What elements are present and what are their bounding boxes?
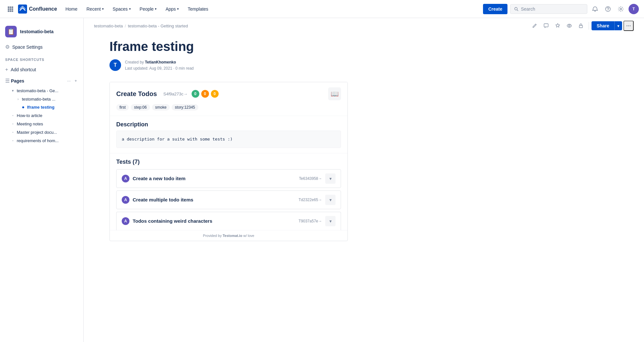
test-expand-2[interactable]: ▾ (325, 195, 336, 205)
restrict-button[interactable] (576, 21, 586, 31)
nav-item-getting-started[interactable]: ▾ testomatio-beta - Ge... (0, 86, 83, 95)
tag-story: story:12345 (172, 104, 198, 111)
breadcrumb-space[interactable]: testomatio-beta (94, 24, 123, 28)
space-settings-label: Space Settings (12, 44, 43, 50)
badge-failed: 0 (201, 90, 209, 98)
pages-add-button[interactable]: + (73, 78, 78, 84)
nav-item-testomatio-beta-sub[interactable]: › testomatio-beta ... (0, 95, 83, 103)
share-button[interactable]: Share (592, 21, 614, 30)
nav-item-label: testomatio-beta ... (22, 97, 55, 102)
watch-button[interactable] (564, 21, 574, 31)
read-time: 0 min read (175, 66, 194, 71)
bullet-icon: • (10, 121, 15, 126)
nav-item-label: Master project docu... (17, 130, 57, 135)
footer-text: Provided by (203, 234, 222, 238)
test-name-3: Todos containing weird characters (133, 218, 293, 224)
test-id-1: Te6343958→ (299, 176, 322, 181)
pages-icon: ☰ (5, 78, 10, 84)
nav-item-requirements[interactable]: • requirements of hom... (0, 136, 83, 145)
confluence-logo-icon (18, 5, 27, 14)
svg-point-18 (630, 25, 631, 26)
footer-brand-link[interactable]: Testomat.io (223, 234, 242, 238)
apps-chevron-icon: ▾ (177, 7, 179, 11)
plugin-suite-id: S4f9a273c→ (163, 92, 187, 96)
create-button[interactable]: Create (483, 4, 507, 14)
test-expand-3[interactable]: ▾ (325, 216, 336, 226)
svg-rect-0 (8, 6, 9, 8)
confluence-logo[interactable]: Confluence (18, 5, 57, 14)
test-name-2: Create multiple todo items (133, 197, 293, 202)
created-label: Created by (125, 60, 144, 64)
breadcrumb-parent[interactable]: testomatio-beta - Getting started (128, 24, 188, 28)
nav-item-how-to[interactable]: • How-to article (0, 111, 83, 120)
templates-nav-item[interactable]: Templates (185, 5, 212, 14)
nav-item-meeting-notes[interactable]: • Meeting notes (0, 120, 83, 128)
breadcrumb: testomatio-beta / testomatio-beta - Gett… (94, 24, 188, 28)
apps-nav-item[interactable]: Apps ▾ (162, 5, 182, 14)
space-icon: 📋 (5, 26, 17, 37)
pages-label: Pages (11, 78, 65, 83)
apps-grid-icon[interactable] (5, 4, 15, 14)
share-dropdown-button[interactable]: ▾ (614, 21, 622, 30)
expand-icon: ▾ (10, 88, 15, 93)
test-expand-1[interactable]: ▾ (325, 173, 336, 184)
svg-rect-5 (12, 8, 13, 10)
badge-passed: 0 (192, 90, 199, 98)
plugin-title-row: Create Todos S4f9a273c→ 0 0 0 📖 (116, 87, 341, 100)
nav-item-iframe-testing[interactable]: Iframe testing (0, 103, 83, 111)
updated-date: Aug 09, 2021 (149, 66, 172, 71)
author-name: TetianKhomenko (145, 60, 176, 64)
space-header[interactable]: 📋 testomatio-beta (0, 23, 83, 40)
search-input[interactable] (521, 6, 583, 12)
settings-button[interactable] (616, 4, 626, 14)
tests-section-title: Tests (7) (110, 153, 347, 169)
home-nav-item[interactable]: Home (62, 5, 80, 14)
pages-more-button[interactable]: ··· (66, 78, 72, 84)
svg-point-14 (569, 25, 570, 27)
plugin-book-button[interactable]: 📖 (328, 87, 341, 100)
add-icon: + (5, 67, 8, 73)
pages-header: ☰ Pages ··· + (0, 75, 83, 86)
add-shortcut-item[interactable]: + Add shortcut (0, 64, 83, 75)
people-nav-item[interactable]: People ▾ (137, 5, 160, 14)
expand-icon: › (15, 96, 21, 102)
svg-point-11 (608, 10, 608, 11)
page-top-bar: testomatio-beta / testomatio-beta - Gett… (84, 18, 644, 31)
user-avatar[interactable]: T (629, 4, 639, 14)
test-item-3: A Todos containing weird characters T903… (116, 212, 341, 230)
nav-item-master-project[interactable]: • Master project docu... (0, 128, 83, 136)
plugin-title-group: Create Todos S4f9a273c→ 0 0 0 (116, 90, 219, 98)
spaces-nav-item[interactable]: Spaces ▾ (109, 5, 134, 14)
page-tree: ▾ testomatio-beta - Ge... › testomatio-b… (0, 86, 83, 145)
badge-skipped: 0 (211, 90, 219, 98)
spaces-chevron-icon: ▾ (129, 7, 131, 11)
description-section-title: Description (110, 116, 347, 131)
notifications-button[interactable] (590, 4, 600, 14)
nav-item-label: testomatio-beta - Ge... (17, 88, 58, 93)
confluence-logo-text: Confluence (29, 6, 57, 12)
svg-point-16 (627, 25, 628, 26)
more-actions-button[interactable] (623, 21, 634, 31)
star-button[interactable] (553, 21, 563, 31)
comment-button[interactable] (541, 21, 551, 31)
share-group: Share ▾ (592, 21, 622, 30)
test-id-2: Td2322e65→ (298, 198, 322, 202)
main-content: testomatio-beta / testomatio-beta - Gett… (84, 18, 644, 342)
page-meta-text: Created by TetianKhomenko Last updated: … (125, 59, 194, 72)
space-settings-item[interactable]: ⚙ Space Settings (0, 41, 83, 53)
recent-nav-item[interactable]: Recent ▾ (83, 5, 107, 14)
nav-item-label: Meeting notes (17, 122, 43, 126)
search-bar[interactable] (510, 4, 587, 14)
svg-rect-15 (579, 25, 582, 28)
updated-label: Last updated: (125, 66, 148, 71)
bullet-icon: • (10, 138, 15, 143)
edit-button[interactable] (529, 21, 540, 31)
description-box: a description for a suite with some test… (116, 131, 341, 148)
active-dot-icon (22, 106, 24, 108)
page-layout: 📋 testomatio-beta ⚙ Space Settings SPACE… (0, 18, 644, 342)
search-icon (514, 7, 518, 11)
plugin-suite-title: Create Todos (116, 90, 157, 98)
help-button[interactable] (603, 4, 613, 14)
tag-first: first (116, 104, 129, 111)
status-badges: 0 0 0 (192, 90, 219, 98)
